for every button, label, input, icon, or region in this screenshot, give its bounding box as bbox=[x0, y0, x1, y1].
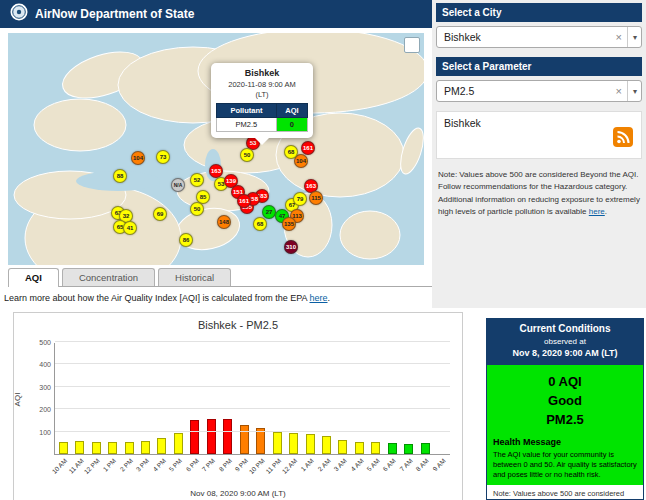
x-tick-label: 1 AM bbox=[300, 457, 315, 472]
aqi-bar[interactable] bbox=[125, 442, 134, 454]
parameter-clear-icon[interactable]: × bbox=[616, 85, 622, 97]
chart-title: Bishkek - PM2.5 bbox=[14, 319, 462, 331]
map-aqi-marker[interactable]: 135 bbox=[282, 217, 296, 231]
map-aqi-marker[interactable]: N/A bbox=[171, 178, 185, 192]
map-aqi-marker[interactable]: 115 bbox=[309, 191, 323, 205]
sidebar-note-link[interactable]: here bbox=[589, 207, 605, 216]
gridline bbox=[55, 341, 450, 342]
bar-column: 12 AM bbox=[285, 343, 301, 454]
map-aqi-marker[interactable]: 68 bbox=[253, 217, 267, 231]
bar-column: 2 PM bbox=[121, 343, 137, 454]
x-tick-label: 10 AM bbox=[50, 457, 68, 475]
world-aqi-map[interactable]: 8810473N/A528550163531391511551486332654… bbox=[8, 33, 424, 265]
aqi-bar[interactable] bbox=[174, 433, 183, 454]
map-aqi-marker[interactable]: 161 bbox=[301, 141, 315, 155]
aqi-bar[interactable] bbox=[273, 432, 282, 454]
x-tick-label: 3 AM bbox=[332, 457, 347, 472]
map-aqi-marker[interactable]: 50 bbox=[240, 148, 254, 162]
current-conditions-title: Current Conditions bbox=[487, 319, 643, 336]
parameter-select-value: PM2.5 bbox=[444, 85, 616, 97]
aqi-bar[interactable] bbox=[371, 442, 380, 454]
map-aqi-marker[interactable]: 88 bbox=[113, 169, 127, 183]
bar-column: 9 AM bbox=[433, 343, 449, 454]
bar-column: 1 PM bbox=[104, 343, 120, 454]
bar-column: 8 AM bbox=[417, 343, 433, 454]
map-aqi-marker[interactable]: 52 bbox=[190, 173, 204, 187]
observed-at-label: observed at bbox=[487, 337, 643, 346]
map-aqi-marker[interactable]: 27 bbox=[262, 205, 276, 219]
aqi-bar[interactable] bbox=[421, 443, 430, 454]
map-layers-button[interactable] bbox=[404, 37, 420, 53]
city-clear-icon[interactable]: × bbox=[616, 31, 622, 43]
map-aqi-marker[interactable]: 310 bbox=[284, 240, 298, 254]
x-tick-label: 8 PM bbox=[217, 457, 233, 473]
map-aqi-marker[interactable]: 86 bbox=[179, 233, 193, 247]
aqi-bar[interactable] bbox=[75, 441, 84, 454]
aqi-bar[interactable] bbox=[59, 442, 68, 454]
popup-aqi-value: 0 bbox=[276, 117, 307, 131]
aqi-bar[interactable] bbox=[223, 419, 232, 454]
epa-link[interactable]: here bbox=[310, 293, 328, 303]
tab-concentration[interactable]: Concentration bbox=[62, 268, 155, 286]
city-select[interactable]: Bishkek × ▾ bbox=[436, 26, 642, 48]
bar-column: 10 PM bbox=[252, 343, 268, 454]
rss-city-label: Bishkek bbox=[444, 117, 481, 129]
x-tick-label: 7 AM bbox=[398, 457, 413, 472]
city-dropdown-arrow-icon[interactable]: ▾ bbox=[627, 27, 637, 47]
y-tick-label: 300 bbox=[39, 384, 51, 391]
aqi-bar[interactable] bbox=[92, 442, 101, 454]
aqi-value: 0 AQI bbox=[493, 373, 637, 392]
current-conditions-note: Note: Values above 500 are considered Be… bbox=[487, 485, 643, 500]
aqi-bar[interactable] bbox=[207, 419, 216, 454]
x-tick-label: 10 PM bbox=[247, 457, 265, 475]
y-axis-label: AQI bbox=[13, 393, 22, 407]
aqi-bar[interactable] bbox=[157, 438, 166, 454]
map-aqi-marker[interactable]: 41 bbox=[123, 221, 137, 235]
observed-time: Nov 8, 2020 9:00 AM (LT) bbox=[487, 348, 643, 358]
map-aqi-marker[interactable]: 69 bbox=[153, 207, 167, 221]
aqi-category-box: 0 AQI Good PM2.5 Health Message The AQI … bbox=[487, 365, 643, 485]
plot-area: 10 AM11 AM12 PM1 PM2 PM3 PM4 PM5 PM6 PM7… bbox=[54, 343, 450, 455]
x-tick-label: 4 AM bbox=[349, 457, 364, 472]
aqi-bar[interactable] bbox=[404, 444, 413, 454]
map-aqi-marker[interactable]: 163 bbox=[209, 164, 223, 178]
tab-aqi[interactable]: AQI bbox=[8, 268, 59, 287]
popup-timezone-text: (LT) bbox=[255, 90, 268, 99]
aqi-bar[interactable] bbox=[338, 440, 347, 454]
map-popup: Bishkek 2020-11-08 9:00 AM (LT) Pollutan… bbox=[211, 63, 313, 138]
x-tick-label: 8 AM bbox=[415, 457, 430, 472]
parameter-dropdown-arrow-icon[interactable]: ▾ bbox=[627, 81, 637, 101]
map-aqi-marker[interactable]: 148 bbox=[217, 215, 231, 229]
map-aqi-marker[interactable]: 68 bbox=[284, 145, 298, 159]
rss-icon[interactable] bbox=[613, 127, 633, 147]
select-city-header: Select a City bbox=[436, 3, 642, 22]
tab-historical[interactable]: Historical bbox=[158, 268, 231, 286]
map-aqi-marker[interactable]: 79 bbox=[293, 192, 307, 206]
popup-col-pollutant: Pollutant bbox=[217, 103, 277, 117]
aqi-bar[interactable] bbox=[388, 443, 397, 454]
aqi-bar[interactable] bbox=[355, 442, 364, 454]
aqi-bar[interactable] bbox=[306, 434, 315, 454]
aqi-bar[interactable] bbox=[322, 436, 331, 454]
popup-aqi-table: Pollutant AQI PM2.5 0 bbox=[216, 103, 308, 132]
aqi-bar[interactable] bbox=[141, 441, 150, 454]
dos-seal-icon bbox=[10, 3, 28, 25]
aqi-bar[interactable] bbox=[289, 433, 298, 454]
bar-column: 12 PM bbox=[88, 343, 104, 454]
rss-feed-box: Bishkek bbox=[436, 111, 642, 159]
bar-column: 2 AM bbox=[318, 343, 334, 454]
bar-column: 9 PM bbox=[236, 343, 252, 454]
x-tick-label: 5 PM bbox=[168, 457, 184, 473]
x-tick-label: 6 PM bbox=[184, 457, 200, 473]
aqi-bar[interactable] bbox=[190, 420, 199, 454]
map-aqi-marker[interactable]: 73 bbox=[156, 150, 170, 164]
map-aqi-marker[interactable]: 50 bbox=[190, 202, 204, 216]
map-aqi-marker[interactable]: 161 bbox=[237, 194, 251, 208]
page: AirNow Department of State bbox=[0, 0, 646, 500]
health-message-text: The AQI value for your community is betw… bbox=[493, 450, 637, 480]
parameter-select[interactable]: PM2.5 × ▾ bbox=[436, 80, 642, 102]
map-aqi-marker[interactable]: 104 bbox=[131, 151, 145, 165]
bar-column: 5 AM bbox=[368, 343, 384, 454]
aqi-bar[interactable] bbox=[108, 442, 117, 454]
x-tick-label: 12 AM bbox=[281, 457, 299, 475]
